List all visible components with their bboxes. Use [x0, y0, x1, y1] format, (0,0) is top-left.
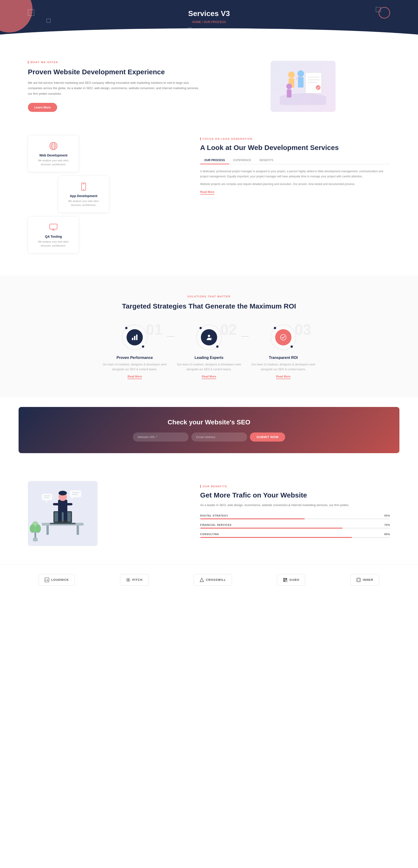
strategy-circle-3: [271, 324, 296, 350]
partner-gabo-name: GABO: [289, 578, 299, 582]
web-dev-desc: We analyze your web site's structure, ar…: [33, 159, 74, 166]
svg-rect-23: [132, 338, 133, 340]
partner-pitch: PITCH: [120, 574, 148, 586]
svg-point-18: [83, 189, 84, 190]
strategy-desc-2: Our team of creatives, designers & devel…: [177, 362, 241, 372]
traffic-illustration: [28, 481, 186, 546]
progress-financial-services: FINANCIAL SERVICES 75%: [200, 524, 390, 529]
svg-rect-37: [58, 500, 67, 513]
svg-rect-46: [70, 490, 81, 497]
submit-now-button[interactable]: SUBMIT NOW: [250, 433, 285, 441]
progress-bar-fill-1: [200, 518, 305, 519]
svg-point-39: [59, 491, 67, 495]
app-dev-icon: [79, 182, 89, 192]
tab-experience[interactable]: EXPERIENCE: [229, 157, 256, 164]
progress-bar-fill-3: [200, 537, 352, 538]
service-card-web: Web Development We analyze your web site…: [28, 135, 79, 172]
partner-pitch-name: PITCH: [132, 578, 143, 582]
progress-bar-fill-2: [200, 528, 343, 529]
svg-rect-35: [55, 513, 71, 522]
svg-point-26: [208, 335, 210, 337]
app-dev-name: App Development: [70, 194, 97, 198]
seo-title: Check your Website's SEO: [28, 418, 390, 426]
crosswill-icon: [200, 578, 204, 582]
deco-square-2: [47, 19, 51, 23]
strategy-name-1: Proven Performance: [117, 355, 153, 360]
strategy-read-more-2[interactable]: Read More: [202, 375, 216, 379]
breadcrumb-home[interactable]: HOME: [192, 20, 201, 24]
strategy-icon-2: [201, 329, 217, 345]
tab-content-p2: Website projects are complex and require…: [200, 182, 390, 187]
svg-rect-9: [298, 77, 303, 88]
traffic-title: Get More Trafic on Your Website: [200, 491, 390, 500]
loudnick-icon: LN: [44, 578, 49, 582]
traffic-info-col: OUR BENEFITS Get More Trafic on Your Web…: [200, 485, 390, 542]
svg-rect-20: [50, 224, 57, 229]
section-strategies: SOLUTIONS THAT MATTER Targeted Strategie…: [0, 276, 418, 398]
tab-content-p1: A dedicated, professional project manage…: [200, 169, 390, 179]
proven-title: Proven Website Development Experience: [28, 67, 202, 76]
progress-label-2: FINANCIAL SERVICES: [200, 524, 232, 526]
svg-rect-43: [64, 512, 67, 521]
deco-circle: [379, 7, 390, 19]
strategy-name-2: Leading Experts: [195, 355, 223, 360]
email-address-input[interactable]: [191, 433, 247, 441]
progress-bar-bg-3: [200, 537, 390, 538]
progress-digital-strategy: DIGITAL STRATEGY 55%: [200, 514, 390, 519]
strategy-circle-1: [122, 324, 147, 350]
svg-rect-70: [357, 579, 360, 581]
connector-1: [167, 336, 174, 337]
partner-crosswill-name: CROSSWILL: [206, 578, 226, 582]
svg-rect-48: [42, 494, 52, 500]
inner-icon: [356, 578, 361, 582]
svg-point-44: [58, 521, 62, 523]
progress-pct-2: 75%: [384, 524, 390, 526]
svg-rect-68: [286, 580, 287, 582]
strategy-read-more-1[interactable]: Read More: [127, 375, 142, 379]
svg-rect-40: [53, 503, 60, 505]
partner-crosswill: CROSSWILL: [194, 574, 232, 586]
strategies-grid: 01 Proven Performance Our team of creati…: [28, 324, 390, 379]
svg-rect-66: [286, 578, 287, 580]
svg-point-29: [280, 335, 286, 340]
progress-consulting: CONSULTING 80%: [200, 533, 390, 538]
proven-text-col: WHAT WE OFFER Proven Website Development…: [28, 61, 202, 112]
svg-rect-25: [136, 335, 138, 340]
progress-label-1: DIGITAL STRATEGY: [200, 514, 228, 517]
svg-rect-42: [58, 512, 62, 521]
strategy-item-2: 02 Leading Experts Our team of creatives…: [177, 324, 241, 379]
section-traffic: OUR BENEFITS Get More Trafic on Your Web…: [0, 462, 418, 565]
svg-rect-33: [77, 526, 79, 535]
strategy-read-more-3[interactable]: Read More: [276, 375, 290, 379]
svg-rect-11: [287, 89, 292, 97]
svg-rect-41: [65, 503, 72, 505]
strategy-dot-br-3: [291, 345, 293, 348]
partner-loudnick-name: LOUDNICK: [51, 578, 69, 582]
chart-bar-icon: [131, 334, 139, 341]
tab-our-process[interactable]: OUR PROCESS: [200, 157, 229, 164]
breadcrumb: HOME / OUR PROCESS: [5, 20, 413, 24]
seo-form: SUBMIT NOW: [28, 433, 390, 441]
service-card-app: App Development We analyze your web site…: [58, 176, 109, 213]
services-read-more[interactable]: Read More: [200, 190, 214, 194]
svg-text:LN: LN: [45, 579, 49, 581]
proven-illus-box: [271, 61, 335, 112]
pitch-icon: [126, 578, 130, 582]
learn-more-button[interactable]: Learn More: [28, 103, 57, 112]
website-url-input[interactable]: [133, 433, 188, 441]
svg-point-57: [30, 524, 35, 533]
svg-point-45: [63, 521, 68, 523]
tab-content: A dedicated, professional project manage…: [200, 169, 390, 194]
svg-rect-69: [357, 578, 360, 582]
services-info-col: FOCUS ON LEAD GENERATION A Look at Our W…: [200, 135, 390, 257]
svg-rect-36: [50, 523, 76, 524]
strategy-num-2: 02: [220, 322, 237, 337]
gabo-icon: [283, 578, 288, 582]
tab-benefits[interactable]: BENEFITS: [256, 157, 277, 164]
services-tabs: OUR PROCESS EXPERIENCE BENEFITS: [200, 157, 390, 164]
strategy-dot-tl-3: [274, 327, 276, 329]
svg-point-6: [288, 71, 295, 78]
services-tag: FOCUS ON LEAD GENERATION: [200, 137, 390, 140]
traffic-desc: As a leader in SEO, web design, ecommerc…: [200, 502, 390, 508]
partner-gabo: GABO: [277, 574, 305, 586]
